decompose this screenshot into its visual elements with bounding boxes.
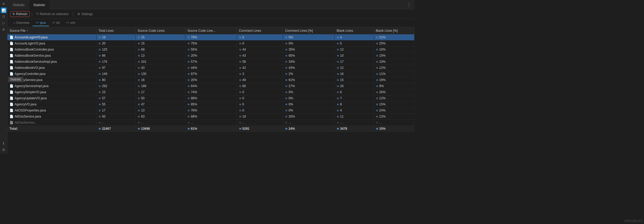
overview-home-icon: ⌂ — [13, 21, 15, 25]
table-row[interactable]: 📄AgencyServiceImpl.java ≋292 ≋186 ≋64% ≋… — [7, 83, 415, 89]
toolbar: ↻ Refresh ↻ Refresh on selection ⚙ Setti… — [7, 9, 415, 19]
sidebar-icon-settings[interactable]: ⚙ — [1, 147, 7, 153]
refresh-on-selection-label: Refresh on selection — [40, 12, 69, 16]
tab-statistic-1[interactable]: Statistic — [8, 0, 29, 9]
tabs-container: Statistic Statistic — [8, 0, 49, 9]
filetab-java[interactable]: <> java — [33, 20, 49, 26]
filetab-xml[interactable]: <> xml — [63, 20, 78, 26]
table-header-row: Source File ↑ Total Lines Source Code Li… — [7, 27, 415, 34]
sidebar: ≡ 📊 ⏱ ▷ ⊞ ℹ ⚙ Statistic — [0, 0, 7, 154]
filetab-overview-label: Overview — [16, 21, 29, 25]
table-row[interactable]: 📄AccountLoginVO.java ≋20 ≋15 ≋75% ≋0 ≋0%… — [7, 41, 415, 47]
file-icon: 📄 — [10, 109, 13, 112]
filetabs-bar: ⌂ Overview <> java <> txt <> xml — [7, 19, 415, 27]
file-icon: 📄 — [10, 66, 13, 70]
file-icon: 📄 — [10, 78, 13, 82]
filetab-txt-label: txt — [56, 21, 60, 25]
refresh-on-selection-button[interactable]: ↻ Refresh on selection — [34, 11, 71, 17]
file-icon: 📄 — [10, 90, 13, 94]
file-icon: 📄 — [10, 72, 13, 76]
tab-statistic-2[interactable]: Statistic — [29, 0, 50, 9]
file-icon: 📄 — [10, 54, 13, 57]
table-row[interactable]: 📄AgencySimpleVO.java ≋23 ≋17 ≋74% ≋0 ≋0%… — [7, 89, 415, 95]
filetab-overview[interactable]: ⌂ Overview — [10, 20, 33, 26]
col-header-source[interactable]: Source File ↑ — [7, 27, 96, 34]
table-row[interactable]: 📄AliOssService... ≋... ≋... ≋... ≋... ≋.… — [7, 120, 415, 126]
table-total-row: Total: ≋22467 ≋13698 ≋61% ≋5291 ≋24% ≋34… — [7, 126, 415, 132]
txt-code-icon: <> — [52, 21, 55, 24]
col-header-comment[interactable]: Comment Lines — [237, 27, 283, 34]
table-row[interactable]: 📄AddressBookServiceImpl.java ≋176 ≋101 ≋… — [7, 59, 415, 65]
file-icon: 📄 — [10, 121, 13, 124]
table-row[interactable]: 📄AliOSSProperties.java ≋17 ≋13 ≋76% ≋0 ≋… — [7, 107, 415, 114]
file-icon: 📄 — [10, 42, 13, 45]
col-header-blankpct[interactable]: Blank Lines [%] — [373, 27, 414, 34]
table-row[interactable]: 📄AddressBookService.java ≋66 ≋13 ≋20% ≋4… — [7, 53, 415, 59]
settings-label: Settings — [81, 12, 93, 16]
refresh-button[interactable]: ↻ Refresh — [10, 11, 30, 17]
table-container: Source File ↑ Total Lines Source Code Li… — [7, 27, 415, 154]
col-header-commentpct[interactable]: Comment Lines [%] — [283, 27, 335, 34]
table-row[interactable]: 📄AgencyController.java ≋149 ≋130 ≋87% ≋3… — [7, 71, 415, 77]
file-icon: 📄 — [10, 115, 13, 118]
col-header-srclines[interactable]: Source Code Lines — [135, 27, 185, 34]
sidebar-icon-play[interactable]: ▷ — [1, 20, 7, 26]
table-row[interactable]: 📄AliOssService.java ≋93 ≋63 ≋68% ≋19 ≋20… — [7, 114, 415, 120]
refresh-on-selection-icon: ↻ — [36, 12, 39, 16]
refresh-icon: ↻ — [12, 12, 15, 16]
file-icon: 📄 — [10, 48, 13, 51]
col-header-total[interactable]: Total Lines — [96, 27, 136, 34]
sidebar-icon-terminal[interactable]: ⊞ — [1, 26, 7, 32]
filetab-xml-label: xml — [70, 21, 75, 25]
file-icon: 📄 — [10, 35, 13, 39]
filetab-txt[interactable]: <> txt — [49, 20, 63, 26]
toolbar-separator-1 — [32, 12, 32, 16]
table-row[interactable]: 📄AddressBookController.java ≋125 ≋69 ≋55… — [7, 47, 415, 53]
file-icon: 📄 — [10, 102, 13, 106]
sidebar-icon-clock[interactable]: ⏱ — [1, 14, 7, 20]
tab-bar: Statistic Statistic ⋮ — [7, 0, 415, 9]
table-row[interactable]: 📄AgencyService.java ≋80 ≋16 ≋20% ≋49 ≋61… — [7, 77, 415, 83]
col-header-srcpct[interactable]: Source Code Line... — [185, 27, 237, 34]
refresh-label: Refresh — [16, 12, 27, 16]
table-row[interactable]: 📄AddressBookVO.java ≋97 ≋43 ≋44% ≋42 ≋43… — [7, 65, 415, 71]
col-header-blank[interactable]: Blank Lines — [334, 27, 373, 34]
sidebar-icon-info[interactable]: ℹ — [1, 140, 7, 146]
table-row[interactable]: 📄AccountLoginVO.java ≋19 ≋15 ≋79% ≋0 ≋0%… — [7, 34, 415, 41]
settings-button[interactable]: ⚙ Settings — [75, 11, 95, 17]
sidebar-icon-list[interactable]: ≡ — [1, 1, 7, 7]
toolbar-separator-2 — [73, 12, 73, 16]
file-icon: 📄 — [10, 96, 13, 100]
java-code-icon: <> — [36, 21, 39, 24]
filetab-java-label: java — [40, 21, 46, 25]
tab-more-button[interactable]: ⋮ — [404, 2, 413, 7]
table-row[interactable]: 📄AgencyVO.java ≋55 ≋47 ≋85% ≋0 ≋0% ≋8 ≋1… — [7, 101, 415, 107]
settings-gear-icon: ⚙ — [77, 12, 80, 16]
table-row[interactable]: 📄AgencyUpdateVO.java ≋57 ≋50 ≋88% ≋0 ≋0%… — [7, 95, 415, 101]
xml-code-icon: <> — [66, 21, 69, 24]
statistics-table: Source File ↑ Total Lines Source Code Li… — [7, 27, 415, 132]
file-icon: 📄 — [10, 84, 13, 88]
main-panel: Statistic Statistic ⋮ ↻ Refresh ↻ Refres… — [7, 0, 415, 154]
file-icon: 📄 — [10, 60, 13, 64]
sidebar-icon-statistic[interactable]: 📊 — [1, 7, 7, 13]
